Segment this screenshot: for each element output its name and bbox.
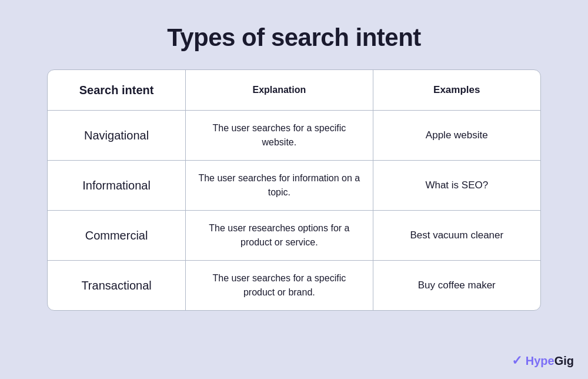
- search-intent-table: Search intent Explanation Examples Navig…: [47, 69, 541, 311]
- intent-cell: Transactional: [48, 261, 186, 311]
- example-cell: What is SEO?: [373, 161, 540, 211]
- example-cell: Apple website: [373, 111, 540, 161]
- header-explanation: Explanation: [186, 70, 373, 111]
- brand-icon: ✓: [512, 353, 522, 368]
- intent-cell: Navigational: [48, 111, 186, 161]
- intent-cell: Commercial: [48, 211, 186, 261]
- table-row: CommercialThe user researches options fo…: [48, 211, 540, 261]
- intent-cell: Informational: [48, 161, 186, 211]
- page-title: Types of search intent: [167, 24, 421, 52]
- brand-name: HypeGig: [526, 354, 574, 368]
- explanation-cell: The user searches for a specific product…: [186, 261, 373, 311]
- example-cell: Best vacuum cleaner: [373, 211, 540, 261]
- example-cell: Buy coffee maker: [373, 261, 540, 311]
- branding: ✓ HypeGig: [512, 353, 574, 368]
- header-examples: Examples: [373, 70, 540, 111]
- explanation-cell: The user researches options for a produc…: [186, 211, 373, 261]
- explanation-cell: The user searches for information on a t…: [186, 161, 373, 211]
- table-row: InformationalThe user searches for infor…: [48, 161, 540, 211]
- table-row: NavigationalThe user searches for a spec…: [48, 111, 540, 161]
- header-search-intent: Search intent: [48, 70, 186, 111]
- explanation-cell: The user searches for a specific website…: [186, 111, 373, 161]
- table-row: TransactionalThe user searches for a spe…: [48, 261, 540, 311]
